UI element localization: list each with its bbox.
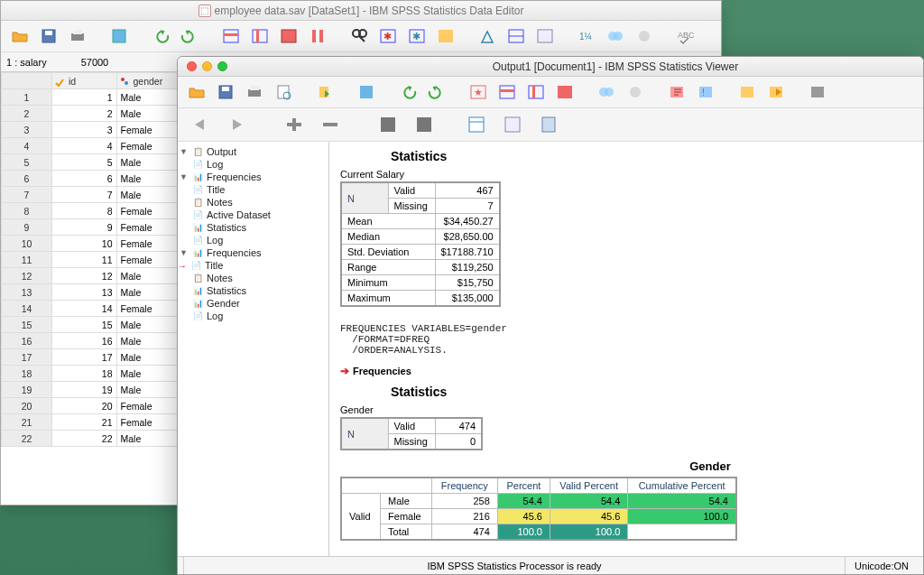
table-row[interactable]: 1515Male	[2, 317, 181, 333]
outline-output[interactable]: ▼📋Output	[180, 146, 327, 157]
designate-window-icon[interactable]: !	[694, 80, 717, 104]
cell-id[interactable]: 4	[52, 138, 117, 154]
print-icon[interactable]	[243, 80, 266, 104]
table-row[interactable]: 88Female	[2, 203, 181, 219]
cell-ref-value[interactable]: 57000	[54, 57, 109, 68]
table-row[interactable]: 77Male	[2, 187, 181, 203]
collapse-icon[interactable]	[315, 112, 346, 137]
cell-id[interactable]: 20	[52, 398, 117, 414]
outline-statistics[interactable]: 📊Statistics	[180, 285, 327, 296]
cell-gender[interactable]: Male	[116, 171, 181, 187]
show-all-icon[interactable]	[624, 80, 647, 104]
recall-dialog-icon[interactable]	[355, 80, 378, 104]
weight-cases-icon[interactable]	[476, 24, 499, 48]
row-header[interactable]: 12	[2, 268, 52, 284]
table-row[interactable]: 2222Male	[2, 431, 181, 447]
table-row[interactable]: 1919Male	[2, 382, 181, 398]
row-header[interactable]: 17	[2, 349, 52, 366]
outline-frequencies[interactable]: ▼📊Frequencies	[180, 172, 327, 182]
forward-icon[interactable]	[221, 112, 252, 137]
cell-gender[interactable]: Male	[116, 154, 181, 171]
cell-id[interactable]: 12	[52, 268, 117, 284]
row-header[interactable]: 10	[2, 236, 52, 252]
gender-statistics-table[interactable]: NValid474 Missing0	[340, 417, 483, 450]
undo-icon[interactable]	[396, 80, 420, 104]
outline-log[interactable]: 📄Log	[180, 235, 327, 246]
table-row[interactable]: 66Male	[2, 171, 181, 187]
goto-variable-icon[interactable]	[248, 24, 272, 48]
outline-gender[interactable]: 📊Gender	[180, 298, 327, 309]
cell-id[interactable]: 9	[52, 219, 117, 236]
value-labels-icon[interactable]	[533, 24, 557, 48]
outline-pane[interactable]: ▼📋Output 📄Log ▼📊Frequencies 📄Title 📋Note…	[178, 142, 329, 556]
find-icon[interactable]	[347, 24, 371, 48]
cell-gender[interactable]: Male	[116, 106, 181, 122]
cell-gender[interactable]: Female	[116, 219, 181, 236]
export-icon[interactable]	[313, 80, 337, 104]
run-icon[interactable]	[306, 24, 329, 48]
variables-icon[interactable]	[277, 24, 300, 48]
print-icon[interactable]	[66, 24, 89, 48]
column-id[interactable]: id	[52, 73, 117, 89]
row-header[interactable]: 15	[2, 317, 52, 333]
print-preview-icon[interactable]	[272, 80, 295, 104]
cell-id[interactable]: 13	[52, 284, 117, 301]
spellcheck-icon[interactable]: ABC	[674, 24, 698, 48]
outline-log[interactable]: 📄Log	[180, 311, 327, 321]
row-header[interactable]: 11	[2, 252, 52, 268]
output-content[interactable]: Statistics Current Salary NValid467 Miss…	[329, 142, 923, 556]
goto-case-icon[interactable]	[495, 80, 519, 104]
cell-gender[interactable]: Female	[116, 203, 181, 219]
row-header[interactable]: 7	[2, 187, 52, 203]
row-header[interactable]: 4	[2, 138, 52, 154]
table-row[interactable]: 44Female	[2, 138, 181, 154]
goto-variable-icon[interactable]	[524, 80, 548, 104]
redo-icon[interactable]	[178, 24, 201, 48]
table-row[interactable]: 99Female	[2, 219, 181, 236]
cell-gender[interactable]: Female	[116, 236, 181, 252]
outline-notes[interactable]: 📋Notes	[180, 197, 327, 208]
window-controls[interactable]	[187, 61, 227, 71]
create-graph-icon[interactable]	[806, 80, 829, 104]
cell-gender[interactable]: Female	[116, 398, 181, 414]
table-row[interactable]: 33Female	[2, 122, 181, 138]
row-header[interactable]: 9	[2, 219, 52, 236]
cell-gender[interactable]: Male	[116, 382, 181, 398]
insert-title-icon[interactable]	[409, 112, 439, 137]
cell-gender[interactable]: Male	[116, 89, 181, 106]
table-row[interactable]: 1111Female	[2, 252, 181, 268]
table-row[interactable]: 1616Male	[2, 333, 181, 349]
row-header[interactable]: 5	[2, 154, 52, 171]
goto-data-icon[interactable]: ★	[467, 80, 490, 104]
cell-gender[interactable]: Male	[116, 349, 181, 366]
cell-id[interactable]: 17	[52, 349, 117, 366]
row-header[interactable]: 14	[2, 301, 52, 317]
row-header[interactable]: 19	[2, 382, 52, 398]
undo-icon[interactable]	[149, 24, 172, 48]
cell-gender[interactable]: Female	[116, 122, 181, 138]
variables-icon[interactable]	[553, 80, 577, 104]
table-row[interactable]: 2020Female	[2, 398, 181, 414]
show-all-icon[interactable]	[604, 24, 627, 48]
cell-id[interactable]: 3	[52, 122, 117, 138]
cell-id[interactable]: 1	[52, 89, 117, 106]
expand-icon[interactable]	[279, 112, 310, 137]
use-sets-icon[interactable]: 1¼	[575, 24, 598, 48]
cell-gender[interactable]: Male	[116, 268, 181, 284]
outline-frequencies[interactable]: ▼📊Frequencies	[180, 247, 327, 258]
redo-icon[interactable]	[425, 80, 448, 104]
outline-statistics[interactable]: 📊Statistics	[180, 222, 327, 233]
cell-id[interactable]: 7	[52, 187, 117, 203]
cell-id[interactable]: 2	[52, 106, 117, 122]
insert-text-icon[interactable]	[461, 112, 492, 137]
associate-icon[interactable]	[735, 80, 759, 104]
row-header[interactable]: 2	[2, 106, 52, 122]
table-row[interactable]: 2121Female	[2, 414, 181, 431]
gender-frequency-table[interactable]: Frequency Percent Valid Percent Cumulati…	[340, 477, 737, 541]
table-row[interactable]: 1818Male	[2, 366, 181, 382]
cell-gender[interactable]: Female	[116, 252, 181, 268]
save-icon[interactable]	[37, 24, 60, 48]
zoom-icon[interactable]	[217, 61, 227, 71]
table-row[interactable]: 1313Male	[2, 284, 181, 301]
cell-gender[interactable]: Male	[116, 333, 181, 349]
